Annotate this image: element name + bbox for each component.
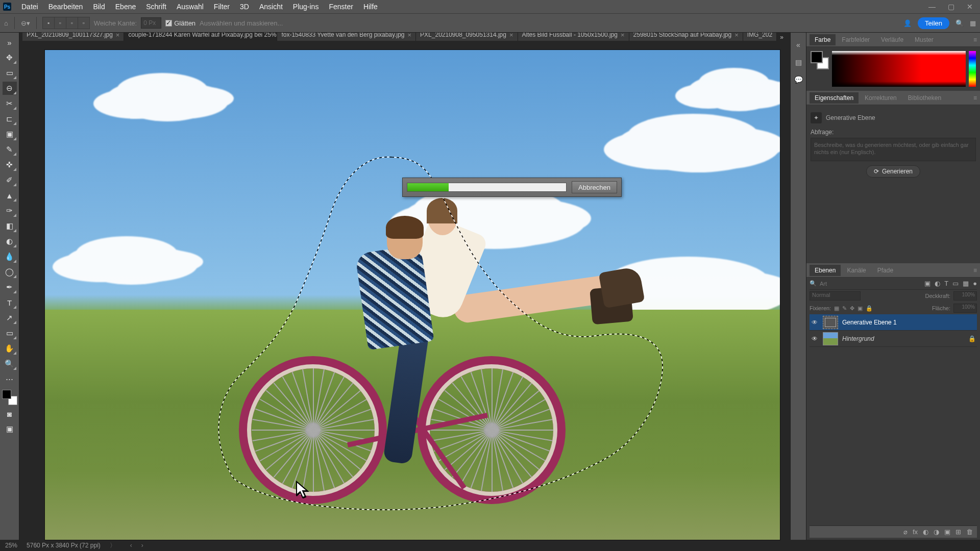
hand-tool[interactable]: ✋ <box>3 342 17 355</box>
lasso-tool[interactable]: ⊖ <box>3 82 17 95</box>
tab-farbe[interactable]: Farbe <box>810 34 836 45</box>
layer-name[interactable]: Generative Ebene 1 <box>842 319 897 326</box>
layer-thumbnail[interactable] <box>823 332 838 345</box>
lock-icon[interactable]: 🔒 <box>968 335 976 342</box>
home-icon[interactable]: ⌂ <box>4 19 8 27</box>
workspace-icon[interactable]: ▦ <box>970 19 976 27</box>
eraser-tool[interactable]: ◧ <box>3 219 17 233</box>
tab-verlaufe[interactable]: Verläufe <box>876 34 909 45</box>
layer-thumbnail[interactable] <box>823 316 838 329</box>
lock-pos-icon[interactable]: ✥ <box>850 305 854 312</box>
menu-fenster[interactable]: Fenster <box>324 3 358 11</box>
menu-bearbeiten[interactable]: Bearbeiten <box>43 3 88 11</box>
fill-input[interactable]: 100% <box>953 304 977 313</box>
tab-close-icon[interactable]: × <box>734 33 739 39</box>
blur-tool[interactable]: 💧 <box>3 250 17 263</box>
lock-nest-icon[interactable]: ▣ <box>857 305 863 312</box>
user-icon[interactable]: 👤 <box>903 19 912 27</box>
fx-icon[interactable]: fx <box>913 528 918 536</box>
generate-button[interactable]: ⟳ Generieren <box>866 165 920 178</box>
opacity-input[interactable]: 100% <box>953 291 977 300</box>
brush-tool[interactable]: ✐ <box>3 173 17 187</box>
comments-icon[interactable]: 💬 <box>794 76 803 84</box>
menu-3d[interactable]: 3D <box>235 3 254 11</box>
crop-tool[interactable]: ⊏ <box>3 112 17 126</box>
layer-name[interactable]: Hintergrund <box>842 335 874 342</box>
rail-icon[interactable]: ▤ <box>795 58 802 66</box>
dodge-tool[interactable]: ◯ <box>3 265 17 279</box>
minimize-icon[interactable]: — <box>928 3 936 11</box>
close-icon[interactable]: ✕ <box>967 3 973 11</box>
tabs-overflow-icon[interactable]: » <box>777 34 787 41</box>
document-tab[interactable]: Altes Bild Fussball - 1050x1500.jpg× <box>518 33 629 41</box>
canvas[interactable]: Abbrechen <box>19 41 790 540</box>
document-tab[interactable]: PXL_20210908_095051314.jpg× <box>416 33 518 41</box>
lasso-tool-icon[interactable]: ⊖▾ <box>21 19 30 27</box>
menu-bild[interactable]: Bild <box>88 3 110 11</box>
maximize-icon[interactable]: ▢ <box>948 3 954 11</box>
tab-close-icon[interactable]: × <box>509 33 513 39</box>
blend-mode-select[interactable]: Normal <box>810 291 861 300</box>
fg-bg-color[interactable] <box>2 390 17 405</box>
layer-row[interactable]: 👁 Generative Ebene 1 <box>810 314 977 331</box>
new-layer-icon[interactable]: ⊞ <box>955 528 961 536</box>
zoom-tool[interactable]: 🔍 <box>3 357 17 370</box>
select-and-mask-link[interactable]: Auswählen und maskieren... <box>200 19 283 27</box>
menu-schrift[interactable]: Schrift <box>141 3 172 11</box>
tab-pfade[interactable]: Pfade <box>872 265 898 276</box>
tab-close-icon[interactable]: × <box>408 33 412 39</box>
group-icon[interactable]: ▣ <box>944 528 950 536</box>
link-layers-icon[interactable]: ⌀ <box>903 528 908 536</box>
gradient-tool[interactable]: ◐ <box>3 235 17 248</box>
shape-tool[interactable]: ▭ <box>3 327 17 340</box>
adjustment-icon[interactable]: ◑ <box>934 528 939 536</box>
tab-close-icon[interactable]: × <box>116 33 120 39</box>
filter-pixel-icon[interactable]: ▣ <box>924 280 930 287</box>
heal-tool[interactable]: ✜ <box>3 158 17 171</box>
menu-plugins[interactable]: Plug-ins <box>288 3 324 11</box>
zoom-level[interactable]: 25% <box>5 542 17 549</box>
selection-new-icon[interactable]: ▪ <box>42 17 55 29</box>
type-tool[interactable]: T <box>3 296 17 309</box>
panel-menu-icon[interactable]: ≡ <box>973 36 977 43</box>
filter-type-icon[interactable]: T <box>944 280 948 287</box>
status-more-icon[interactable]: 〉 <box>110 541 116 550</box>
frame-tool[interactable]: ▣ <box>3 128 17 141</box>
selection-intersect-icon[interactable]: ▫ <box>78 17 90 29</box>
filter-shape-icon[interactable]: ▭ <box>952 280 959 287</box>
nav-next-icon[interactable]: › <box>141 542 143 549</box>
move-tool[interactable]: ✥ <box>3 51 17 64</box>
filter-toggle-icon[interactable]: ● <box>973 280 977 287</box>
tab-close-icon[interactable]: × <box>621 33 625 39</box>
document-tab[interactable]: 2598015 StockSnap auf Pixabay.jpg× <box>629 33 743 41</box>
visibility-icon[interactable]: 👁 <box>811 335 819 342</box>
search-icon[interactable]: 🔍 <box>955 19 964 27</box>
panel-menu-icon[interactable]: ≡ <box>973 94 977 102</box>
doc-dimensions[interactable]: 5760 Px x 3840 Px (72 ppi) <box>27 542 101 549</box>
document-tab[interactable]: couple-1718244 Karen Warfel auf Pixabay.… <box>124 33 277 41</box>
menu-datei[interactable]: Datei <box>16 3 43 11</box>
tab-korrekturen[interactable]: Korrekturen <box>860 92 902 104</box>
screenmode-icon[interactable]: ▣ <box>3 422 17 436</box>
cancel-button[interactable]: Abbrechen <box>572 181 617 193</box>
document-tab[interactable]: PXL_20210809_100117327.jpg× <box>22 33 124 41</box>
lock-all-icon[interactable]: 🔒 <box>866 305 873 312</box>
layer-filter-input[interactable] <box>820 281 850 287</box>
document-tab[interactable]: IMG_202 <box>743 33 777 41</box>
menu-ansicht[interactable]: Ansicht <box>254 3 288 11</box>
feather-input[interactable]: 0 Px <box>141 17 161 29</box>
history-brush-tool[interactable]: ✑ <box>3 204 17 217</box>
nav-prev-icon[interactable]: ‹ <box>130 542 132 549</box>
menu-filter[interactable]: Filter <box>209 3 235 11</box>
tab-farbfelder[interactable]: Farbfelder <box>837 34 875 45</box>
marquee-tool[interactable]: ▭ <box>3 66 17 80</box>
filter-smart-icon[interactable]: ▦ <box>963 280 969 287</box>
filter-adjust-icon[interactable]: ◐ <box>935 280 940 287</box>
antialias-checkbox[interactable]: Glätten <box>165 19 195 27</box>
selection-add-icon[interactable]: ▫ <box>54 17 66 29</box>
quick-select-tool[interactable]: ✂ <box>3 97 17 110</box>
expand-toolbox-icon[interactable]: » <box>3 36 17 49</box>
menu-ebene[interactable]: Ebene <box>110 3 141 11</box>
edit-toolbar-icon[interactable]: ⋯ <box>3 372 17 386</box>
panel-menu-icon[interactable]: ≡ <box>973 267 977 274</box>
